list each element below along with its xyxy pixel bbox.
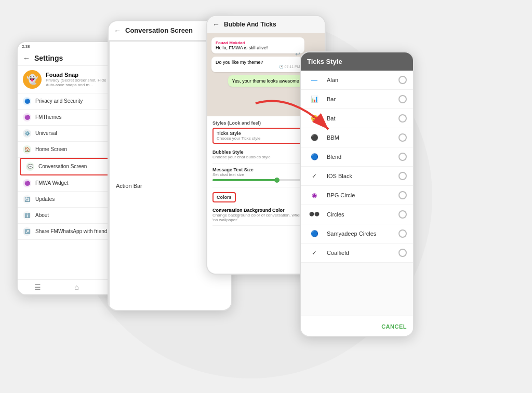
bbm-radio[interactable] [398,133,407,142]
bg-color-desc: Change background color of conversation,… [212,213,314,222]
widget-icon: 🟣 [23,179,31,187]
avatar: 👻 [23,70,42,89]
bbm-icon: ⚫ [307,134,322,141]
bg-color-title: Conversation Background Color [212,208,314,213]
blend-icon: 🔵 [307,153,322,160]
tick-item-bbm[interactable]: ⚫ BBM [301,128,413,147]
message-text: Do you like my theme? [216,60,300,65]
settings-title: Settings [34,54,63,62]
menu-label-conversation: Conversation Screen [38,164,87,169]
homescreen-icon: 🏠 [23,145,31,154]
time-label: 2:38 [22,44,30,49]
tick-item-ios-black[interactable]: ✓ IOS Black [301,167,413,186]
circles-icon: ⚫⚫ [307,212,322,216]
menu-label-privacy: Privacy and Security [35,98,83,104]
back-arrow-icon[interactable]: ← [23,54,30,62]
universal-icon: ⚙️ [23,129,31,138]
alan-radio[interactable] [398,76,407,84]
msg-size-title: Message Text Size [212,167,254,172]
reply-icon: ↩ [295,50,300,58]
colors-label: Colors [212,192,236,202]
back-arrow-icon[interactable]: ← [212,20,220,29]
conversation-screen-title: Conversation Screen [125,26,193,34]
message-text: Hello, FMWA is still alive! [216,45,300,50]
menu-icon[interactable]: ☰ [34,283,41,291]
bbm-label: BBM [327,134,398,141]
bpg-icon: ◉ [307,192,322,199]
tick-item-circles[interactable]: ⚫⚫ Circles [301,205,413,224]
message-time: 🕐 07:11 PM [216,65,300,69]
menu-label-homescreen: Home Screen [35,146,67,152]
home-icon[interactable]: ⌂ [74,283,78,291]
tick-item-bat[interactable]: 😊 Bat [301,109,413,128]
samyadeep-radio[interactable] [398,229,407,238]
menu-label-universal: Universal [35,130,57,136]
cancel-bar: CANCEL [301,316,413,336]
blend-radio[interactable] [398,153,407,161]
fmthemes-icon: 🟣 [23,113,31,121]
bpg-radio[interactable] [398,191,407,199]
tick-item-blend[interactable]: 🔵 Blend [301,147,413,167]
updates-icon: 🔄 [23,195,31,204]
ios-black-label: IOS Black [327,173,398,179]
coalfield-icon: ✓ [307,249,322,256]
action-bar-label: Action Bar [116,183,142,189]
tick-item-alan[interactable]: — Alan [301,71,413,90]
back-arrow-icon[interactable]: ← [114,26,121,35]
tick-item-bpg[interactable]: ◉ BPG Circle [301,186,413,205]
bar-label: Bar [327,96,398,102]
bar-icon: 📊 [307,96,322,103]
menu-label-about: About [35,212,49,218]
conversation-icon: 💬 [26,162,34,171]
chat-bubble-2: Do you like my theme? 🕐 07:11 PM [211,57,304,72]
sender-name: Fouad Mokdad [216,40,300,45]
ios-black-radio[interactable] [398,172,407,180]
bat-label: Bat [327,115,398,121]
chat-bubble-1: Fouad Mokdad Hello, FMWA is still alive!… [211,37,304,53]
tick-item-coalfield[interactable]: ✓ Coalfield [301,243,413,263]
ios-black-icon: ✓ [307,172,322,180]
slider-fill [212,179,277,181]
bat-icon: 😊 [307,115,322,122]
cancel-button[interactable]: CANCEL [381,323,407,330]
circles-label: Circles [327,211,398,218]
samyadeep-icon: 🔵 [307,230,322,237]
bar-radio[interactable] [398,95,407,103]
samyadeep-label: Samyadeep Circles [327,231,398,237]
tick-items-list: — Alan 📊 Bar 😊 Bat ⚫ BBM 🔵 Blend [301,71,413,263]
circles-radio[interactable] [398,210,407,219]
bat-radio[interactable] [398,114,407,123]
coalfield-label: Coalfield [327,250,398,256]
slider-thumb[interactable] [274,178,280,183]
share-icon: ↗️ [23,227,31,236]
tick-item-samyadeep[interactable]: 🔵 Samyadeep Circles [301,224,413,243]
tick-item-bar[interactable]: 📊 Bar [301,90,413,109]
menu-label-share: Share FMWhatsApp with friends! [35,228,111,234]
bubble-ticks-title: Bubble And Ticks [224,21,276,28]
bpg-label: BPG Circle [327,192,398,198]
alan-icon: — [307,76,322,84]
about-icon: ℹ️ [23,211,31,220]
menu-label-fmthemes: FMThemes [35,114,62,120]
coalfield-radio[interactable] [398,249,407,257]
alan-label: Alan [327,77,398,83]
phone-ticks-style: Ticks Style — Alan 📊 Bar 😊 Bat ⚫ BBM [300,51,414,337]
menu-label-widget: FMWA Widget [35,180,69,186]
ticks-style-screen-title: Ticks Style [307,58,342,65]
menu-label-updates: Updates [35,196,55,202]
blend-label: Blend [327,154,398,160]
privacy-icon: 🔵 [23,97,31,105]
